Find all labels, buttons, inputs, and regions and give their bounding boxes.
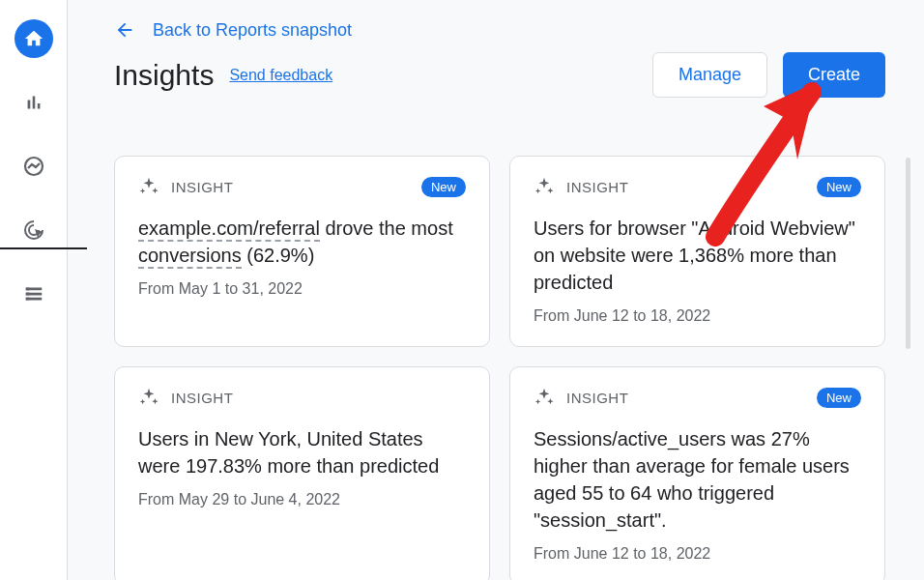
sparkle-icon	[138, 387, 159, 408]
new-badge: New	[817, 177, 861, 197]
back-label: Back to Reports snapshot	[153, 20, 352, 41]
insights-grid: INSIGHT New example.com/referral drove t…	[114, 156, 885, 580]
insight-date: From June 12 to 18, 2022	[534, 307, 861, 325]
sidebar-item-reports[interactable]	[14, 83, 53, 122]
insight-date: From May 1 to 31, 2022	[138, 280, 466, 298]
svg-rect-2	[25, 293, 29, 296]
sidebar-item-advertising[interactable]	[14, 211, 53, 249]
sparkle-icon	[534, 387, 555, 408]
insight-title: Users in New York, United States were 19…	[138, 425, 466, 479]
page-title: Insights	[114, 59, 214, 92]
insight-date: From June 12 to 18, 2022	[534, 545, 861, 563]
send-feedback-link[interactable]: Send feedback	[229, 67, 332, 84]
sparkle-icon	[534, 176, 555, 197]
back-link[interactable]: Back to Reports snapshot	[114, 19, 352, 41]
sidebar-item-configure[interactable]	[14, 275, 53, 313]
bar-chart-icon	[23, 92, 44, 113]
insight-label: INSIGHT	[171, 179, 233, 195]
scrollbar[interactable]	[906, 158, 910, 349]
sparkle-icon	[138, 176, 159, 197]
arrow-left-icon	[114, 19, 135, 41]
sidebar-item-explore[interactable]	[14, 147, 53, 186]
insight-card[interactable]: INSIGHT New example.com/referral drove t…	[114, 156, 490, 347]
list-icon	[23, 283, 44, 304]
target-click-icon	[22, 218, 45, 242]
insight-card[interactable]: INSIGHT New Users for browser "Android W…	[509, 156, 885, 347]
left-sidebar	[0, 0, 68, 580]
insight-date: From May 29 to June 4, 2022	[138, 491, 466, 508]
new-badge: New	[421, 177, 466, 197]
main-content: Back to Reports snapshot Insights Send f…	[68, 0, 924, 580]
manage-button[interactable]: Manage	[652, 52, 767, 98]
svg-rect-3	[25, 298, 29, 301]
new-badge: New	[817, 388, 861, 408]
sidebar-item-home[interactable]	[14, 19, 53, 58]
insight-title: example.com/referral drove the most conv…	[138, 215, 466, 269]
insight-label: INSIGHT	[566, 390, 628, 406]
insight-label: INSIGHT	[171, 390, 233, 406]
header-row: Insights Send feedback Manage Create	[114, 52, 885, 98]
sidebar-divider	[0, 247, 87, 249]
svg-rect-1	[25, 288, 29, 291]
insight-label: INSIGHT	[566, 179, 628, 195]
insight-title: Users for browser "Android Webview" on w…	[534, 215, 861, 296]
home-icon	[23, 28, 44, 49]
insight-title: Sessions/active_users was 27% higher tha…	[534, 425, 861, 534]
insight-card[interactable]: INSIGHT Users in New York, United States…	[114, 366, 490, 580]
insight-card[interactable]: INSIGHT New Sessions/active_users was 27…	[509, 366, 885, 580]
explore-icon	[22, 155, 45, 178]
create-button[interactable]: Create	[783, 52, 885, 98]
